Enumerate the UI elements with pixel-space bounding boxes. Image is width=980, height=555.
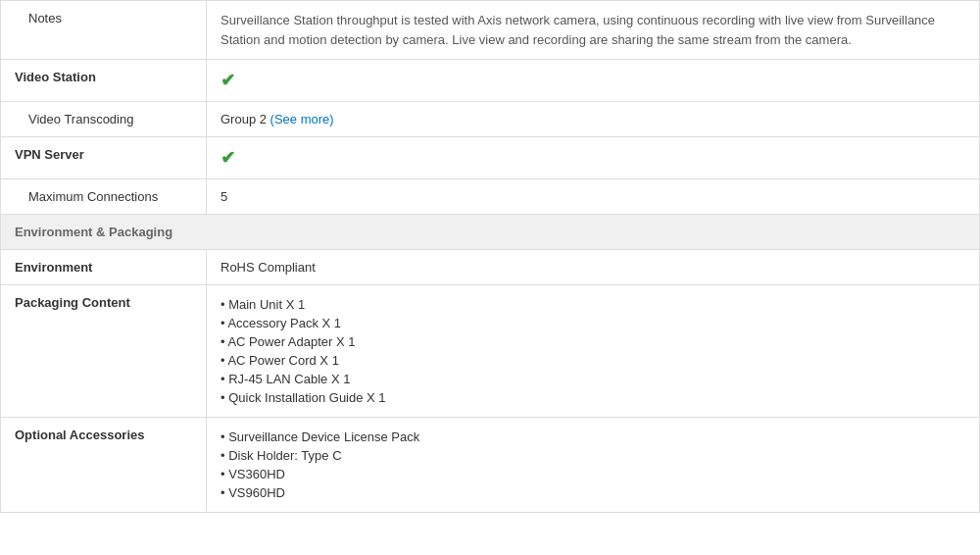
row-label: Packaging Content [1, 285, 207, 418]
text-prefix: Group 2 [220, 112, 270, 126]
row-label: Optional Accessories [1, 418, 207, 513]
list-item: VS960HD [220, 483, 965, 502]
list-item: Quick Installation Guide X 1 [220, 388, 965, 407]
list-item: Main Unit X 1 [220, 295, 965, 314]
specs-table: NotesSurveillance Station throughput is … [0, 0, 980, 513]
row-value: Surveillance Station throughput is teste… [207, 1, 980, 60]
list-item: VS360HD [220, 465, 965, 483]
list-item: Disk Holder: Type C [220, 446, 965, 465]
row-label: Video Station [1, 60, 207, 102]
row-value: Main Unit X 1Accessory Pack X 1AC Power … [207, 285, 980, 418]
row-label: Environment [1, 250, 207, 285]
text-value: RoHS Compliant [220, 260, 316, 275]
row-label: Notes [1, 1, 207, 60]
items-list: Surveillance Device License PackDisk Hol… [220, 428, 965, 502]
checkmark-icon: ✔ [220, 71, 235, 90]
row-value: Surveillance Device License PackDisk Hol… [207, 418, 980, 513]
row-value[interactable]: Group 2 (See more) [207, 102, 980, 137]
row-value: RoHS Compliant [207, 250, 980, 285]
row-label: VPN Server [1, 137, 207, 179]
row-label: Video Transcoding [1, 102, 207, 137]
list-item: AC Power Cord X 1 [220, 351, 965, 370]
list-item: RJ-45 LAN Cable X 1 [220, 370, 965, 388]
text-value: Surveillance Station throughput is teste… [220, 13, 935, 47]
row-label: Maximum Connections [1, 179, 207, 215]
row-value: ✔ [207, 60, 980, 102]
row-value: 5 [207, 179, 980, 215]
checkmark-icon: ✔ [220, 148, 235, 168]
list-item: Surveillance Device License Pack [220, 428, 965, 446]
items-list: Main Unit X 1Accessory Pack X 1AC Power … [220, 295, 965, 407]
text-value: 5 [220, 189, 227, 204]
row-value: ✔ [207, 137, 980, 179]
list-item: AC Power Adapter X 1 [220, 332, 965, 351]
see-more-link[interactable]: (See more) [270, 112, 334, 126]
list-item: Accessory Pack X 1 [220, 314, 965, 332]
section-header: Environment & Packaging [1, 215, 980, 250]
